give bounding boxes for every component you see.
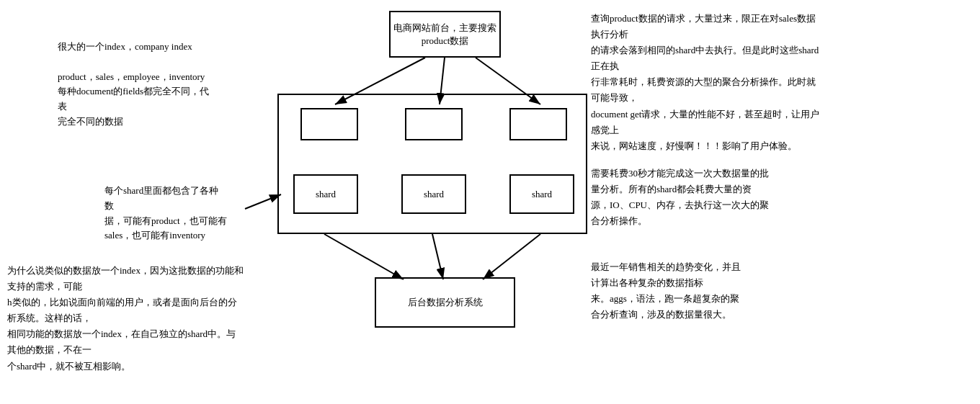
shard-inner-box-3 [509, 108, 567, 140]
right-top-text: 查询product数据的请求，大量过来，限正在对sales数据执行分析 的请求会… [591, 11, 821, 154]
left-bottom-text: 为什么说类似的数据放一个index，因为这批数据的功能和支持的需求，可能 h类似… [7, 263, 245, 374]
svg-line-6 [324, 234, 404, 279]
right-bottom-content: 最近一年销售相关的趋势变化，并且 计算出各种复杂的数据指标 来。aggs，语法，… [591, 259, 814, 323]
shard-box-3: shard [509, 174, 574, 214]
right-mid-text: 需要耗费30秒才能完成这一次大数据量的批 量分析。所有的shard都会耗费大量的… [591, 166, 814, 229]
shards-outer-box: shard shard shard [277, 94, 587, 234]
left-top-line3: product，sales，employee，inventory [58, 70, 216, 85]
shard-box-2: shard [401, 174, 466, 214]
svg-line-5 [245, 194, 281, 209]
backend-box: 后台数据分析系统 [375, 277, 515, 328]
page-container: 很大的一个index，company index product，sales，e… [0, 0, 980, 404]
right-bottom-text: 最近一年销售相关的趋势变化，并且 计算出各种复杂的数据指标 来。aggs，语法，… [591, 259, 814, 323]
svg-line-8 [483, 234, 540, 279]
left-top-line4: 每种document的fields都完全不同，代表 [58, 84, 216, 115]
left-top-line1: 很大的一个index，company index [58, 40, 216, 55]
right-mid-content: 需要耗费30秒才能完成这一次大数据量的批 量分析。所有的shard都会耗费大量的… [591, 166, 814, 229]
frontend-box-text: 电商网站前台，主要搜索 product数据 [393, 22, 496, 48]
backend-box-text: 后台数据分析系统 [408, 296, 483, 309]
shard-box-1: shard [293, 174, 358, 214]
left-mid-content: 每个shard里面都包含了各种数 据，可能有product，也可能有 sales… [104, 184, 227, 243]
left-bottom-content: 为什么说类似的数据放一个index，因为这批数据的功能和支持的需求，可能 h类似… [7, 263, 245, 374]
left-top-text: 很大的一个index，company index product，sales，e… [58, 40, 216, 130]
shard-inner-box-2 [405, 108, 463, 140]
svg-line-7 [432, 234, 443, 279]
right-top-content: 查询product数据的请求，大量过来，限正在对sales数据执行分析 的请求会… [591, 11, 821, 154]
shard-inner-box-1 [300, 108, 358, 140]
frontend-box: 电商网站前台，主要搜索 product数据 [389, 11, 501, 58]
left-mid-text: 每个shard里面都包含了各种数 据，可能有product，也可能有 sales… [104, 184, 227, 243]
left-top-line5: 完全不同的数据 [58, 115, 216, 130]
